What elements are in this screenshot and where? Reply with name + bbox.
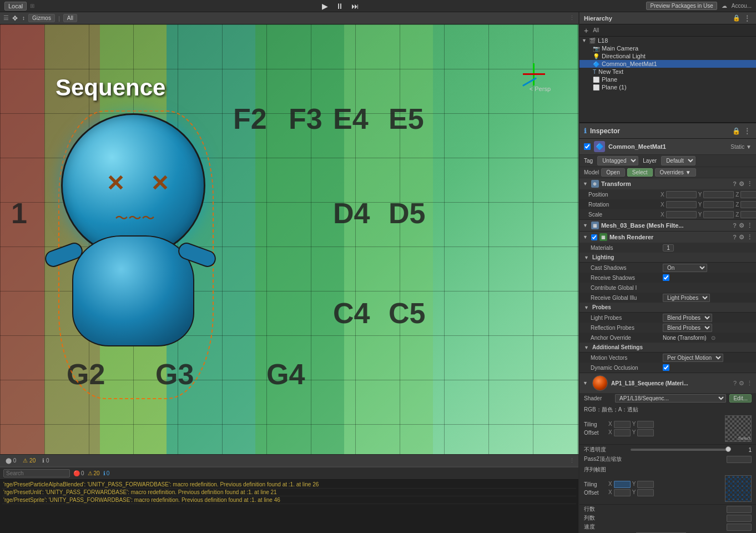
opacity-slider-thumb[interactable] xyxy=(725,446,731,452)
object-enable-checkbox[interactable] xyxy=(584,143,591,150)
material-settings-icon[interactable]: ⚙ xyxy=(739,380,744,387)
hierarchy-item-main-camera[interactable]: 📷 Main Camera xyxy=(579,44,756,52)
inspector-lock-icon[interactable]: 🔒 xyxy=(732,127,740,135)
dynamic-occlusion-checkbox[interactable] xyxy=(663,364,669,371)
scene-options-icon[interactable]: ☰ xyxy=(3,14,9,22)
hierarchy-item-l18[interactable]: ▼ 🎬 L18 xyxy=(579,37,756,44)
hierarchy-item-new-text[interactable]: T New Text xyxy=(579,68,756,76)
shader-dropdown[interactable]: AP1/L18/Sequenc... xyxy=(615,394,726,403)
scene-menu-button[interactable]: ⋮ xyxy=(569,14,575,22)
cast-shadows-dropdown[interactable]: On Off xyxy=(663,264,707,272)
speed-input[interactable]: 20 xyxy=(727,524,752,531)
hierarchy-item-directional-light[interactable]: 💡 Directional Light xyxy=(579,52,756,60)
scale-z[interactable]: 1 xyxy=(740,211,756,218)
mesh-renderer-settings-icon[interactable]: ⚙ xyxy=(739,234,744,241)
object-icon: 🔷 xyxy=(594,141,605,152)
light-probes-label: Light Probes xyxy=(591,315,663,321)
play-button[interactable]: ▶ xyxy=(320,2,330,11)
hierarchy-item-plane-1[interactable]: ⬜ Plane (1) xyxy=(579,83,756,91)
rows-input[interactable]: 3 xyxy=(727,506,752,513)
layer-dropdown[interactable]: Default xyxy=(661,156,695,165)
receive-shadows-checkbox[interactable] xyxy=(663,274,669,281)
console-msg-3[interactable]: 'rge/PresetSprite': 'UNITY_PASS_FORWARDB… xyxy=(2,496,576,504)
receive-global-dropdown[interactable]: Light Probes xyxy=(663,294,710,302)
shader-edit-button[interactable]: Edit... xyxy=(729,394,752,403)
transform-help-icon[interactable]: ? xyxy=(733,180,737,188)
move-tool-icon[interactable]: ✥ xyxy=(12,14,18,22)
motion-vectors-dropdown[interactable]: Per Object Motion xyxy=(663,354,723,362)
tool-mode-icon[interactable]: ↕ xyxy=(22,15,25,21)
tiling-x-input[interactable]: 1 xyxy=(614,421,631,428)
transform-more-icon[interactable]: ⋮ xyxy=(747,180,753,188)
seq-offset-x-input[interactable]: 0 xyxy=(614,489,631,496)
transform-header[interactable]: ▼ ⊕ Transform ? ⚙ ⋮ xyxy=(579,178,756,189)
pause-button[interactable]: ⏸ xyxy=(334,2,346,11)
hierarchy-item-common-meetmat1[interactable]: 🔷 Common_MeetMat1 xyxy=(579,60,756,68)
cols-input[interactable]: 4 xyxy=(727,515,752,522)
offset-y-input[interactable]: 0 xyxy=(637,429,654,436)
scale-x[interactable]: 1 xyxy=(666,211,697,218)
preview-packages-button[interactable]: Preview Packages in Use xyxy=(646,2,717,10)
seq-tiling-x-input[interactable]: 5.9 xyxy=(614,481,631,488)
mesh-filter-settings-icon[interactable]: ⚙ xyxy=(739,222,744,229)
position-y[interactable]: -1.6221 xyxy=(703,191,734,198)
seq-texture-preview[interactable] xyxy=(725,475,752,502)
additional-settings-label[interactable]: ▼ Additional Settings xyxy=(579,343,756,353)
lighting-section-label[interactable]: ▼ Lighting xyxy=(579,253,756,263)
gizmos-button[interactable]: Gizmos xyxy=(28,14,55,22)
anchor-override-pick-icon[interactable]: ⊙ xyxy=(711,335,715,341)
char-mouth: 〜〜〜 xyxy=(102,209,168,226)
console-msg-2[interactable]: 'rge/PresetUnlit': 'UNITY_PASS_FORWARDBA… xyxy=(2,489,576,496)
rgb-texture-preview[interactable]: Select xyxy=(725,415,752,442)
tiling-y-input[interactable]: 1 xyxy=(637,421,654,428)
hierarchy-dots-icon[interactable]: ⋮ xyxy=(743,14,752,22)
mesh-filter-header[interactable]: ▼ ▦ Mesh_03_Base (Mesh Filte... ? ⚙ ⋮ xyxy=(579,220,756,231)
transform-icon: ⊕ xyxy=(591,180,599,188)
opacity-slider[interactable] xyxy=(631,449,730,451)
model-label: Model xyxy=(584,169,599,175)
select-button[interactable]: Select xyxy=(627,168,653,177)
tag-dropdown[interactable]: Untagged xyxy=(597,156,638,165)
rgb-select-btn[interactable]: Select xyxy=(738,436,750,441)
rows-row: 行数 3 xyxy=(579,505,756,514)
offset-x-input[interactable]: 0 xyxy=(614,429,631,436)
all-button[interactable]: All xyxy=(63,14,77,22)
console-search-input[interactable] xyxy=(3,469,70,477)
dynamic-occlusion-label: Dynamic Occlusion xyxy=(591,365,663,371)
mesh-renderer-help-icon[interactable]: ? xyxy=(733,234,737,241)
hierarchy-item-plane[interactable]: ⬜ Plane xyxy=(579,76,756,83)
probes-section-label[interactable]: ▼ Probes xyxy=(579,303,756,313)
static-dropdown[interactable]: Static ▼ xyxy=(730,144,752,150)
hierarchy-label-plane-1: Plane (1) xyxy=(602,84,627,90)
reflection-probes-dropdown[interactable]: Blend Probes xyxy=(663,324,712,332)
grid-label-f3: F3 xyxy=(289,102,322,135)
mesh-filter-help-icon[interactable]: ? xyxy=(733,222,737,229)
open-button[interactable]: Open xyxy=(601,168,624,177)
rotation-y[interactable]: 0 xyxy=(703,201,734,208)
mesh-renderer-header[interactable]: ▼ ▦ Mesh Renderer ? ⚙ ⋮ xyxy=(579,232,756,243)
top-bar-right: Preview Packages in Use ☁ Accou... xyxy=(646,2,752,10)
seq-tiling-y-input[interactable]: 5 xyxy=(637,481,654,488)
scene-canvas[interactable]: Sequence F2 F3 E4 E5 1 D4 D5 C4 C5 G2 G3 xyxy=(0,24,578,454)
pass2-input[interactable]: 1.29 xyxy=(727,456,752,463)
console-msg-1[interactable]: 'rge/PresetParticleAlphaBlended': 'UNITY… xyxy=(2,481,576,489)
step-button[interactable]: ⏭ xyxy=(349,2,361,11)
mesh-filter-more-icon[interactable]: ⋮ xyxy=(747,222,753,229)
scale-y[interactable]: 1 xyxy=(703,211,734,218)
inspector-dots-icon[interactable]: ⋮ xyxy=(743,127,752,135)
mesh-renderer-more-icon[interactable]: ⋮ xyxy=(747,234,753,241)
overrides-button[interactable]: Overrides ▼ xyxy=(655,168,696,177)
material-help-icon[interactable]: ? xyxy=(733,380,737,387)
hierarchy-add-button[interactable]: + xyxy=(582,26,591,35)
material-more-icon[interactable]: ⋮ xyxy=(747,380,753,387)
transform-settings-icon[interactable]: ⚙ xyxy=(739,180,744,188)
seq-offset-y-input[interactable]: 0 xyxy=(637,489,654,496)
position-z[interactable]: -4.325 xyxy=(740,191,756,198)
rotation-z[interactable]: 0 xyxy=(740,201,756,208)
light-probes-dropdown[interactable]: Blend Probes xyxy=(663,314,712,322)
rotation-x[interactable]: 0 xyxy=(666,201,697,208)
local-button[interactable]: Local xyxy=(4,2,27,11)
scene-bottom-menu[interactable]: ⋮ xyxy=(569,457,575,464)
mesh-renderer-enable-checkbox[interactable] xyxy=(591,234,597,240)
position-x[interactable]: 0.55 xyxy=(666,191,697,198)
